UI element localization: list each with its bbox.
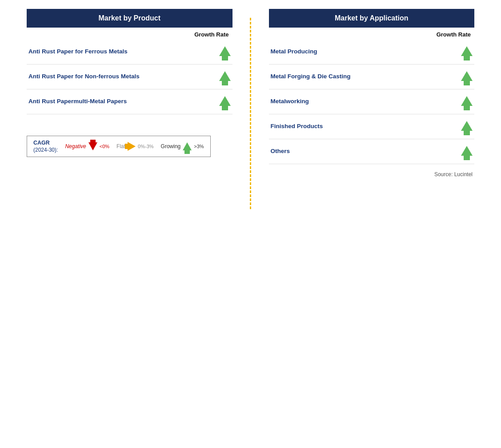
vertical-divider: [250, 9, 251, 209]
table-row: Finished Products: [269, 114, 475, 139]
product-label-1: Anti Rust Paper for Ferrous Metals: [28, 48, 204, 56]
table-row: Metal Forging & Die Casting: [269, 65, 475, 89]
right-growth-rate-label: Growth Rate: [269, 28, 475, 40]
arrow-up-app-1: [446, 46, 473, 57]
negative-label: Negative: [65, 143, 86, 149]
arrow-up-app-5: [446, 146, 473, 157]
source-text: Source: Lucintel: [269, 171, 475, 178]
application-label-1: Metal Producing: [271, 48, 446, 56]
up-arrow-green-icon: [183, 142, 192, 150]
product-label-3: Anti Rust Papermulti-Metal Papers: [28, 97, 204, 106]
legend-box: CAGR (2024-30): Negative <0% Flat 0%-3% …: [27, 136, 211, 157]
legend-flat: Flat 0%-3%: [116, 142, 153, 151]
arrow-up-3: [204, 96, 231, 107]
table-row: Anti Rust Paper for Non-ferrous Metals: [27, 65, 232, 89]
legend-growing: Growing >3%: [161, 142, 204, 150]
table-row: Metalworking: [269, 89, 475, 114]
arrow-up-1: [204, 46, 231, 57]
growing-range: >3%: [194, 144, 204, 149]
up-arrow-icon: [461, 46, 473, 56]
table-row: Anti Rust Papermulti-Metal Papers: [27, 89, 232, 114]
up-arrow-icon: [219, 96, 231, 106]
arrow-up-app-3: [446, 96, 473, 107]
application-label-3: Metalworking: [271, 97, 446, 106]
growing-label: Growing: [161, 143, 181, 149]
arrow-up-app-2: [446, 71, 473, 82]
down-arrow-icon: [88, 142, 97, 150]
negative-range: <0%: [100, 144, 109, 149]
application-label-4: Finished Products: [271, 122, 446, 131]
application-label-2: Metal Forging & Die Casting: [271, 73, 446, 81]
application-label-5: Others: [271, 147, 446, 156]
left-growth-rate-label: Growth Rate: [27, 28, 232, 40]
cagr-years: (2024-30):: [33, 147, 58, 153]
up-arrow-icon: [461, 121, 473, 131]
right-panel: Market by Application Growth Rate Metal …: [269, 9, 475, 178]
dashed-separator: [250, 18, 251, 209]
up-arrow-icon: [461, 146, 473, 156]
up-arrow-icon: [461, 71, 473, 81]
left-panel: Market by Product Growth Rate Anti Rust …: [27, 9, 232, 157]
table-row: Metal Producing: [269, 40, 475, 65]
right-panel-header: Market by Application: [269, 9, 475, 28]
right-arrow-icon: [128, 142, 136, 151]
table-row: Anti Rust Paper for Ferrous Metals: [27, 40, 232, 65]
up-arrow-icon: [219, 71, 231, 81]
left-panel-header: Market by Product: [27, 9, 232, 28]
arrow-up-2: [204, 71, 231, 82]
cagr-label-group: CAGR (2024-30):: [33, 140, 58, 153]
flat-range: 0%-3%: [138, 144, 153, 149]
table-row: Others: [269, 139, 475, 164]
arrow-up-app-4: [446, 121, 473, 132]
flat-label: Flat: [116, 143, 125, 149]
up-arrow-icon: [461, 96, 473, 106]
cagr-label: CAGR: [33, 140, 58, 146]
legend-negative: Negative <0%: [65, 142, 109, 150]
up-arrow-icon: [219, 46, 231, 56]
product-label-2: Anti Rust Paper for Non-ferrous Metals: [28, 73, 204, 81]
